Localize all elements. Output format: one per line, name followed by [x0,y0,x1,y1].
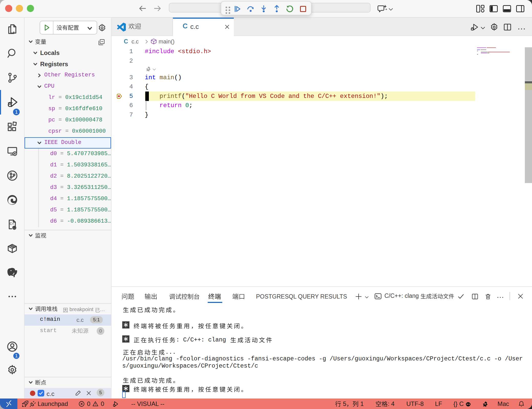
svg-text:C+: C+ [10,222,14,226]
